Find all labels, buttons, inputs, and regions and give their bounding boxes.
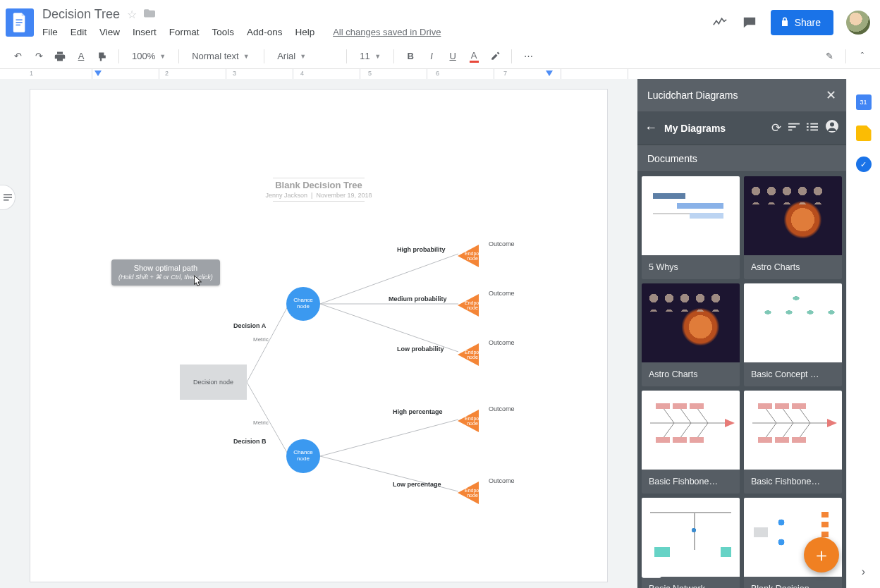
expand-button[interactable]: ˆ xyxy=(853,47,872,66)
workspace: Blank Decision Tree Jenny Jackson | Nove… xyxy=(0,79,880,588)
menu-bar: File Edit View Insert Format Tools Add-o… xyxy=(42,23,711,37)
diagram-title-block: Blank Decision Tree Jenny Jackson | Nove… xyxy=(30,176,607,203)
print-button[interactable] xyxy=(51,47,69,66)
lucid-toolbar: ← My Diagrams ⟳ xyxy=(637,111,846,145)
svg-line-8 xyxy=(320,419,458,456)
metric-a: Metric xyxy=(253,336,269,343)
chance-node-1: Chance node xyxy=(286,287,320,321)
doc-card-fishbone-2[interactable]: Basic Fishbone… xyxy=(744,391,842,494)
spellcheck-button[interactable]: A xyxy=(72,47,90,66)
highlight-button[interactable] xyxy=(486,47,504,66)
document-title[interactable]: Decision Tree xyxy=(42,7,120,22)
calendar-icon[interactable] xyxy=(856,94,872,110)
doc-card-astro-2[interactable]: Astro Charts xyxy=(642,283,740,386)
svg-rect-37 xyxy=(758,437,772,443)
lucid-location-title: My Diagrams xyxy=(664,123,764,134)
keep-icon[interactable] xyxy=(856,125,872,141)
title-area: Decision Tree ☆ File Edit View Insert Fo… xyxy=(34,6,711,37)
svg-marker-27 xyxy=(827,419,837,427)
svg-rect-34 xyxy=(758,403,772,409)
doc-card-concept[interactable]: Basic Concept … xyxy=(744,283,842,386)
connector-lines xyxy=(30,90,607,582)
lucid-header: Lucidchart Diagrams ✕ xyxy=(637,79,846,111)
decision-a-label: Decision A xyxy=(233,322,266,329)
metric-b: Metric xyxy=(253,419,269,426)
zoom-dropdown[interactable]: 100%▼ xyxy=(126,47,171,66)
star-icon[interactable]: ☆ xyxy=(127,8,137,21)
list-view-icon[interactable] xyxy=(807,121,818,135)
text-color-button[interactable]: A xyxy=(465,47,483,66)
ruler[interactable]: 1 2 3 4 5 6 7 xyxy=(0,69,880,79)
sort-icon[interactable] xyxy=(788,121,800,135)
label-high-pct: High percentage xyxy=(393,408,443,415)
svg-line-19 xyxy=(697,423,708,439)
bold-button[interactable]: B xyxy=(401,47,420,66)
decision-node: Decision node xyxy=(180,365,247,400)
paint-format-button[interactable] xyxy=(93,47,111,66)
save-status[interactable]: All changes saved in Drive xyxy=(333,27,441,37)
share-label: Share xyxy=(795,17,821,28)
menu-tools[interactable]: Tools xyxy=(212,27,235,37)
menu-addons[interactable]: Add-ons xyxy=(247,27,282,37)
share-button[interactable]: Share xyxy=(771,10,833,35)
style-dropdown[interactable]: Normal text▼ xyxy=(186,47,257,66)
move-folder-icon[interactable] xyxy=(144,8,155,20)
svg-rect-21 xyxy=(673,403,687,409)
menu-insert[interactable]: Insert xyxy=(133,27,157,37)
svg-line-32 xyxy=(782,423,793,439)
svg-line-30 xyxy=(799,408,810,423)
menu-file[interactable]: File xyxy=(42,27,58,37)
svg-rect-20 xyxy=(656,403,670,409)
diagram-byline: Jenny Jackson | November 19, 2018 xyxy=(30,192,607,199)
pointer-cursor-icon xyxy=(192,275,204,288)
svg-line-15 xyxy=(680,408,691,423)
back-icon[interactable]: ← xyxy=(644,121,657,135)
italic-button[interactable]: I xyxy=(422,47,441,66)
activity-icon[interactable] xyxy=(711,14,728,31)
svg-line-7 xyxy=(320,304,458,352)
tasks-icon[interactable] xyxy=(856,157,872,172)
undo-button[interactable]: ↶ xyxy=(8,47,27,66)
lucid-document-grid[interactable]: 5 Whys Astro Charts Astro Charts Basic C… xyxy=(637,172,846,588)
close-icon[interactable]: ✕ xyxy=(826,87,836,103)
svg-rect-23 xyxy=(656,437,670,443)
docs-logo[interactable] xyxy=(6,8,34,37)
rail-expand-icon[interactable]: › xyxy=(862,565,865,578)
svg-rect-38 xyxy=(775,437,789,443)
svg-rect-35 xyxy=(775,403,789,409)
svg-rect-22 xyxy=(690,403,704,409)
svg-rect-39 xyxy=(792,437,806,443)
svg-rect-25 xyxy=(690,437,704,443)
lock-icon xyxy=(781,17,789,29)
font-size-field[interactable]: 11▼ xyxy=(354,47,386,66)
menu-edit[interactable]: Edit xyxy=(71,27,87,37)
document-area[interactable]: Blank Decision Tree Jenny Jackson | Nove… xyxy=(0,79,637,588)
label-low-prob: Low probability xyxy=(397,345,444,353)
menu-format[interactable]: Format xyxy=(169,27,200,37)
doc-card-fishbone-1[interactable]: Basic Fishbone… xyxy=(642,391,740,494)
menu-view[interactable]: View xyxy=(99,27,120,37)
label-low-pct: Low percentage xyxy=(393,481,441,488)
svg-line-29 xyxy=(782,408,793,423)
svg-rect-1 xyxy=(16,22,23,23)
redo-button[interactable]: ↷ xyxy=(30,47,48,66)
doc-card-5whys[interactable]: 5 Whys xyxy=(642,176,740,279)
account-avatar[interactable] xyxy=(846,11,870,35)
doc-card-network[interactable]: Basic Network … xyxy=(642,498,740,588)
more-button[interactable]: ⋯ xyxy=(519,47,537,66)
underline-button[interactable]: U xyxy=(444,47,462,66)
doc-card-astro-1[interactable]: Astro Charts xyxy=(744,176,842,279)
menu-help[interactable]: Help xyxy=(295,27,314,37)
diagram-title: Blank Decision Tree xyxy=(30,180,607,190)
toolbar: ↶ ↷ A 100%▼ Normal text▼ Arial▼ 11▼ B I … xyxy=(0,44,880,69)
account-icon[interactable] xyxy=(825,119,839,137)
svg-rect-0 xyxy=(16,19,23,20)
editing-mode-button[interactable]: ✎ xyxy=(820,47,838,66)
header-actions: Share xyxy=(711,6,873,35)
comments-icon[interactable] xyxy=(741,14,758,31)
svg-rect-36 xyxy=(792,403,806,409)
new-diagram-fab[interactable]: ＋ xyxy=(804,537,839,572)
svg-line-33 xyxy=(799,423,810,439)
refresh-icon[interactable]: ⟳ xyxy=(771,121,781,135)
font-dropdown[interactable]: Arial▼ xyxy=(271,47,339,66)
